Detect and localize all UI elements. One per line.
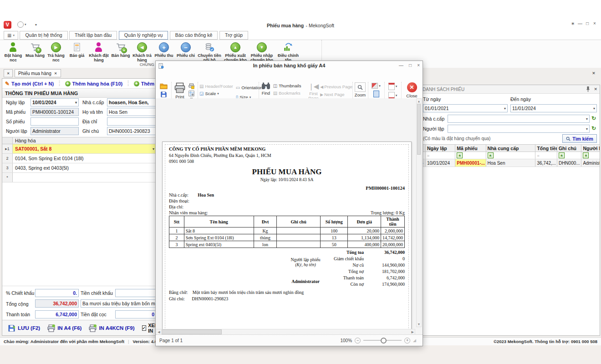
col-tong-tien[interactable]: Tổng tiền: [535, 145, 557, 152]
save-icon[interactable]: [160, 91, 167, 98]
toolbar-tra-hang-ncc[interactable]: ▶ Trả hàng ncc: [46, 40, 66, 63]
search-button[interactable]: Tìm kiếm: [562, 134, 597, 143]
toolbar-dat-hang-ncc[interactable]: Đặt hàng ncc: [2, 40, 25, 63]
tong-cong-words-field[interactable]: Ba mươi sáu triệu bảy trăm bốn mươi hai …: [81, 299, 156, 308]
tab-tro-giup[interactable]: Trợ giúp: [219, 31, 248, 40]
toolbar-phieu-thu[interactable]: + Phiếu thu: [153, 40, 175, 58]
thanh-toan-field[interactable]: 6,742,000: [35, 310, 79, 318]
nguoi-lap-field[interactable]: Administrator: [31, 127, 79, 135]
supplier-filter-field[interactable]: ▾: [448, 115, 590, 123]
window-restore-icon[interactable]: □: [584, 21, 591, 26]
zoom-slider-knob[interactable]: [381, 338, 387, 344]
page-color-icon[interactable]: [373, 91, 379, 97]
list-grid-filter-row[interactable]: = a a = a a: [420, 152, 600, 159]
bookmarks-button[interactable]: ▤ Bookmarks: [273, 90, 307, 96]
ribbon-app-button[interactable]: ▦ ▾: [4, 31, 18, 40]
toolbar-phieu-chi[interactable]: − Phiếu chi: [175, 40, 197, 58]
tabstrip-close-icon[interactable]: ✕: [590, 69, 597, 77]
scroll-right-icon[interactable]: ▶: [412, 330, 414, 334]
zoom-in-icon[interactable]: +: [404, 338, 410, 344]
previous-page-button[interactable]: ◀ Previous Page: [320, 83, 352, 90]
tien-dat-coc-field[interactable]: 0: [115, 310, 156, 318]
zoom-button[interactable]: Zoom ▾: [352, 82, 368, 100]
tab-thiet-lap-ban-dau[interactable]: Thiết lập ban đầu: [69, 31, 117, 40]
toolbar-khach-tra-hang[interactable]: ◀ Khách trả hàng: [131, 40, 153, 63]
item-row-3[interactable]: 3 0403, Spring ext 0403(5l): [2, 163, 156, 173]
tong-cong-field[interactable]: 36,742,000: [35, 299, 79, 308]
refresh-icon[interactable]: ↻: [591, 125, 596, 131]
to-date-field[interactable]: 11/01/2024 ▾: [510, 104, 597, 112]
zoom-out-icon[interactable]: −: [355, 338, 361, 344]
resize-grip-icon[interactable]: ◢: [413, 338, 416, 343]
pin-icon[interactable]: [586, 86, 590, 92]
ma-phieu-field[interactable]: PMH00001-100124: [31, 108, 79, 116]
nha-ccap-field[interactable]: hoasen, Hoa Sen,: [107, 98, 156, 106]
toolbar-dieu-chinh-ton[interactable]: Điều chỉnh tồn: [275, 40, 301, 63]
toolbar-phieu-xuat-chuyen-kho[interactable]: ▲ Phiếu xuất chuyển kho: [222, 40, 249, 63]
tien-chiet-khau-field[interactable]: [115, 289, 156, 297]
close-panel-icon[interactable]: ✕: [594, 87, 597, 91]
xem-in-checkbox[interactable]: ✓ XEM IN: [142, 323, 157, 334]
vscroll-thumb[interactable]: [417, 104, 421, 155]
tab-bao-cao-thong-ke[interactable]: Báo cáo thống kê: [170, 31, 218, 40]
scroll-up-icon[interactable]: ▲: [417, 100, 421, 103]
toolbar-phieu-nhap-chuyen-kho[interactable]: ▼ Phiếu nhập chuyển kho: [249, 40, 275, 63]
window-style-icon[interactable]: ∗: [569, 21, 576, 26]
watermark-button[interactable]: ▾: [372, 83, 381, 89]
add-employee-button[interactable]: + Thêm nhân viên: [134, 81, 157, 86]
page-setup-icon[interactable]: [188, 91, 194, 96]
col-ma-phieu[interactable]: Mã phiếu: [455, 145, 486, 152]
tab-quan-tri-he-thong[interactable]: Quản trị hệ thống: [20, 31, 67, 40]
print-a4kcn-button[interactable]: IN A4KCN (F9): [89, 324, 134, 332]
zoom-slider[interactable]: [363, 340, 402, 341]
dialog-titlebar[interactable]: In phiếu bán hàng khổ giấy A4 — □ ×: [156, 61, 423, 71]
refresh-icon[interactable]: ↻: [591, 115, 596, 121]
item-row-new[interactable]: *: [2, 173, 156, 182]
save-button[interactable]: LƯU (F2): [8, 324, 40, 332]
col-nguoi-lap[interactable]: Người lập: [581, 145, 600, 152]
toolbar-chuyen-tien-noi-bo[interactable]: Chuyển tiền nội bộ: [197, 40, 222, 63]
toolbar-mua-hang[interactable]: ▼ Mua hàng: [25, 40, 46, 58]
window-close-icon[interactable]: ×: [591, 21, 598, 26]
creator-filter-field[interactable]: ▾: [448, 125, 590, 133]
toolbar-khach-dat-hang[interactable]: Khách đặt hàng: [87, 40, 110, 63]
ho-ten-field[interactable]: Hoa Sen: [107, 108, 156, 116]
dia-chi-field[interactable]: [107, 117, 156, 126]
pct-chiet-khau-field[interactable]: 0.: [35, 289, 79, 297]
item-row-1[interactable]: ▸1 SAT00001, Sắt 8 ▾: [2, 144, 156, 154]
tab-phieu-mua-hang[interactable]: Phiếu mua hàng ✕: [15, 69, 61, 77]
add-item-button[interactable]: + Thêm hàng hóa (F10): [65, 81, 123, 86]
header-footer-button[interactable]: ▤ Header/Footer: [199, 83, 233, 90]
list-grid-row[interactable]: ▸ 10/01/2024 PMH00001-... Hoa Sen 36,742…: [420, 159, 600, 167]
hscroll-thumb[interactable]: [162, 329, 222, 334]
preview-vscrollbar[interactable]: ▲ ▼: [416, 98, 422, 327]
dialog-maximize-icon[interactable]: □: [409, 63, 412, 68]
tab-quan-ly-nghiep-vu[interactable]: Quản lý nghiệp vụ: [119, 31, 168, 40]
from-date-field[interactable]: 01/01/2021 ▾: [423, 104, 508, 112]
col-ngay-lap[interactable]: Ngày lập: [426, 145, 455, 152]
find-button[interactable]: Find: [259, 82, 273, 96]
toolbar-bao-gia[interactable]: Báo giá: [66, 40, 87, 58]
next-page-button[interactable]: ▶ Next Page: [320, 91, 352, 98]
create-new-button[interactable]: ✎ Tạo mới (Ctrl + N): [5, 81, 54, 87]
scroll-left-icon[interactable]: ◀: [156, 330, 162, 334]
print-a4-button[interactable]: IN A4 (F6): [47, 324, 81, 332]
item-row-2[interactable]: 2 0104, Sơn Spring Ext 0104 (18l): [2, 154, 156, 163]
close-tab-icon[interactable]: ✕: [54, 71, 57, 76]
ghi-chu-field[interactable]: DHN00001-290823: [107, 127, 156, 135]
close-preview-button[interactable]: ✕ Close: [401, 82, 423, 98]
col-nha-cung-cap[interactable]: Nhà cung cấp: [486, 145, 536, 152]
window-minimize-icon[interactable]: —: [576, 21, 584, 26]
close-all-tabs-icon[interactable]: ✕: [4, 69, 13, 77]
col-ghi-chu[interactable]: Ghi chú: [557, 145, 581, 152]
ngay-lap-field[interactable]: 10/01/2024 ▾: [31, 98, 79, 106]
so-phieu-field[interactable]: [31, 117, 79, 126]
scroll-down-icon[interactable]: ▼: [417, 323, 421, 326]
quick-print-icon[interactable]: [188, 83, 194, 89]
open-folder-icon[interactable]: [160, 83, 168, 89]
export-document-button[interactable]: ▾: [388, 83, 397, 90]
dialog-close-icon[interactable]: ×: [417, 63, 420, 68]
dialog-minimize-icon[interactable]: —: [399, 63, 403, 68]
scale-button[interactable]: ◲ Scale ▾: [199, 90, 233, 97]
thumbnails-button[interactable]: ◫ Thumbnails: [273, 82, 307, 89]
